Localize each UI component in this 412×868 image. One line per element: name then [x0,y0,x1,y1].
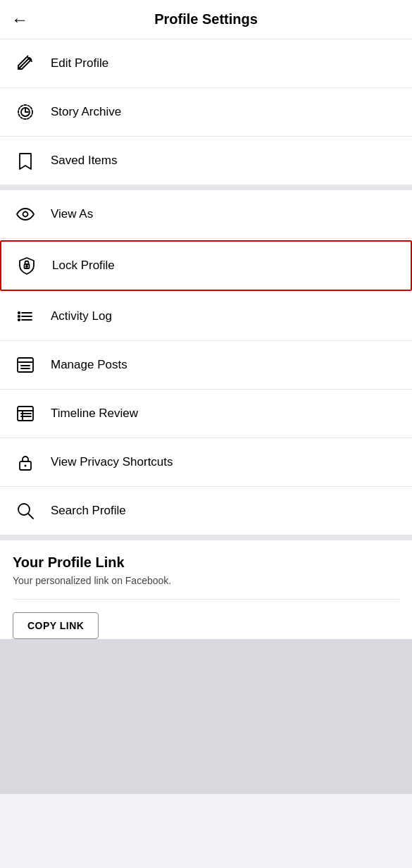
pencil-icon [13,51,38,76]
back-button[interactable]: ← [11,10,28,30]
menu-group-1: Edit Profile Story Archive Saved Items [0,39,412,185]
svg-point-9 [18,312,20,314]
sidebar-item-story-archive[interactable]: Story Archive [0,88,412,137]
footer-gray-area [0,639,412,794]
menu-group-2: View As Lock Profile Activity Log [0,190,412,535]
activity-log-label: Activity Log [51,309,112,323]
eye-icon [13,202,38,227]
page-title: Profile Settings [39,11,373,27]
svg-point-6 [23,212,28,217]
timeline-review-label: Timeline Review [51,407,138,421]
profile-link-description: Your personalized link on Facebook. [13,575,399,586]
sidebar-item-lock-profile[interactable]: Lock Profile [0,240,412,291]
manage-posts-label: Manage Posts [51,358,127,372]
header: ← Profile Settings [0,0,412,39]
story-archive-label: Story Archive [51,105,121,119]
lock-profile-label: Lock Profile [52,259,115,273]
posts-icon [13,352,38,378]
svg-rect-15 [18,358,33,372]
svg-point-26 [25,465,27,467]
section-divider-2 [0,535,412,540]
sidebar-item-activity-log[interactable]: Activity Log [0,292,412,341]
sidebar-item-manage-posts[interactable]: Manage Posts [0,341,412,390]
svg-line-28 [28,514,33,519]
search-icon [13,498,38,523]
profile-link-title: Your Profile Link [13,554,399,571]
list-icon [13,304,38,329]
sidebar-item-saved-items[interactable]: Saved Items [0,137,412,185]
view-privacy-shortcuts-label: View Privacy Shortcuts [51,455,173,469]
search-profile-label: Search Profile [51,504,126,518]
svg-point-11 [18,319,20,321]
view-as-label: View As [51,207,93,221]
lock-icon [13,450,38,475]
section-divider-1 [0,185,412,190]
sidebar-item-edit-profile[interactable]: Edit Profile [0,39,412,88]
bookmark-icon [13,148,38,173]
sidebar-item-timeline-review[interactable]: Timeline Review [0,390,412,438]
saved-items-label: Saved Items [51,154,118,168]
copy-link-button[interactable]: COPY LINK [13,612,99,639]
edit-profile-label: Edit Profile [51,56,108,70]
sidebar-item-search-profile[interactable]: Search Profile [0,487,412,535]
profile-link-section: Your Profile Link Your personalized link… [0,540,412,639]
svg-point-10 [18,316,20,317]
shield-lock-icon [14,253,39,278]
profile-link-divider [13,599,399,600]
story-archive-icon [13,99,38,125]
svg-point-8 [26,266,27,267]
sidebar-item-view-as[interactable]: View As [0,190,412,239]
timeline-icon [13,401,38,426]
sidebar-item-view-privacy-shortcuts[interactable]: View Privacy Shortcuts [0,438,412,487]
